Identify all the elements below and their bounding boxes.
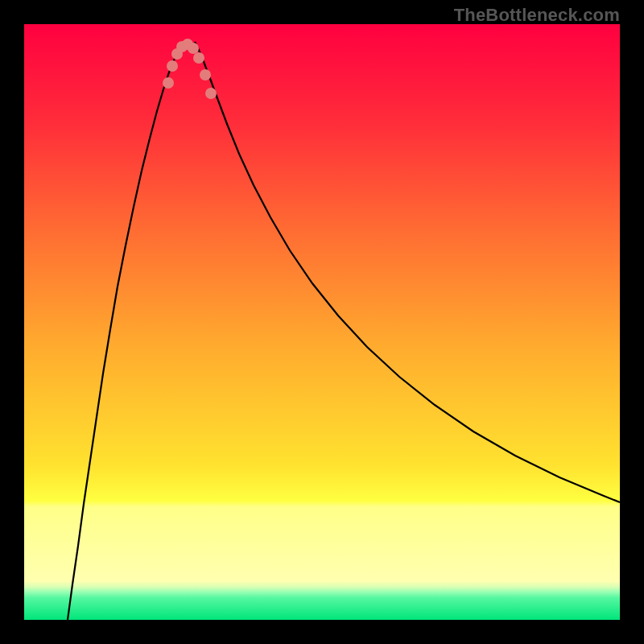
chart-frame: TheBottleneck.com [0,0,644,644]
chart-curves [24,24,620,620]
watermark-text: TheBottleneck.com [454,5,620,26]
minimum-marker-dot [188,43,199,54]
minimum-marker-dot [193,52,204,64]
curve-right-branch [195,42,620,502]
curve-minimum-markers [163,39,217,99]
curve-left-branch [68,42,181,620]
plot-area [24,24,620,620]
minimum-marker-dot [167,60,178,72]
minimum-marker-dot [163,77,174,89]
minimum-marker-dot [205,88,217,99]
minimum-marker-dot [200,69,211,80]
